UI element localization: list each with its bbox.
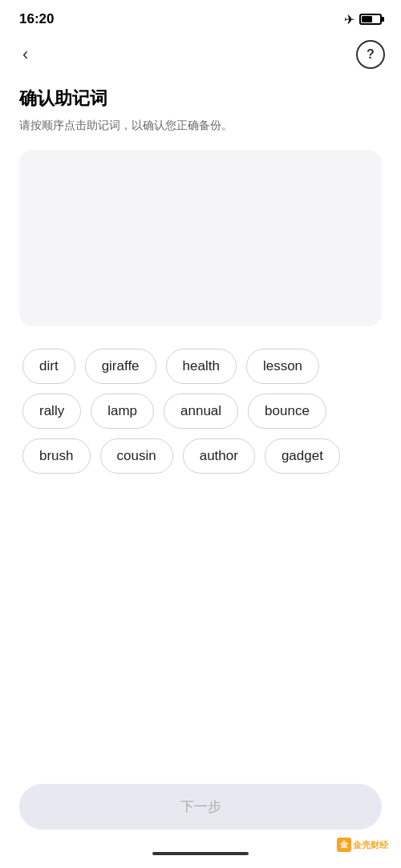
- word-button-brush[interactable]: brush: [22, 438, 91, 474]
- page-subtitle: 请按顺序点击助记词，以确认您正确备份。: [19, 117, 382, 134]
- status-time: 16:20: [19, 11, 54, 27]
- word-button-cousin[interactable]: cousin: [100, 438, 173, 474]
- airplane-icon: ✈: [344, 12, 354, 27]
- word-button-lamp[interactable]: lamp: [91, 394, 154, 429]
- help-icon: ?: [367, 47, 375, 62]
- watermark-icon: 金: [337, 838, 351, 852]
- back-button[interactable]: ‹: [16, 41, 34, 68]
- status-bar: 16:20 ✈: [0, 0, 401, 35]
- word-button-gadget[interactable]: gadget: [265, 438, 340, 474]
- nav-bar: ‹ ?: [0, 35, 401, 74]
- page-title: 确认助记词: [19, 87, 382, 111]
- help-button[interactable]: ?: [356, 40, 385, 69]
- mnemonic-display-area: [19, 150, 382, 326]
- word-button-author[interactable]: author: [183, 438, 255, 474]
- word-button-health[interactable]: health: [166, 349, 237, 384]
- word-button-annual[interactable]: annual: [164, 394, 238, 429]
- home-indicator: [152, 852, 249, 855]
- bottom-area: 下一步: [0, 771, 401, 868]
- status-icons: ✈: [344, 12, 382, 27]
- word-button-giraffe[interactable]: giraffe: [85, 349, 156, 384]
- watermark-text: 金壳财经: [353, 839, 388, 851]
- word-button-dirt[interactable]: dirt: [22, 349, 75, 384]
- words-grid: dirtgiraffehealthlessonrallylampannualbo…: [19, 349, 382, 474]
- page-content: 确认助记词 请按顺序点击助记词，以确认您正确备份。 dirtgiraffehea…: [0, 74, 401, 486]
- word-button-bounce[interactable]: bounce: [248, 394, 326, 429]
- watermark: 金 金壳财经: [337, 838, 388, 852]
- next-button[interactable]: 下一步: [19, 784, 382, 830]
- word-button-rally[interactable]: rally: [22, 394, 81, 429]
- word-button-lesson[interactable]: lesson: [246, 349, 319, 384]
- battery-icon: [359, 14, 382, 25]
- battery-fill: [362, 16, 372, 22]
